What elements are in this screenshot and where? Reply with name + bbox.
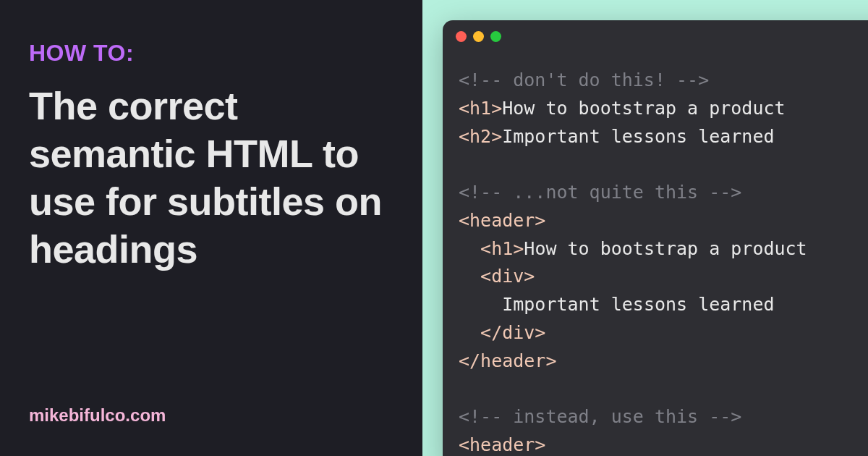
minimize-icon [473, 31, 484, 42]
site-url: mikebifulco.com [29, 405, 166, 426]
right-panel: <!-- don't do this! --><h1>How to bootst… [422, 0, 868, 456]
code-line: </header> [459, 347, 868, 376]
left-panel: HOW TO: The correct semantic HTML to use… [0, 0, 422, 456]
page-title: The correct semantic HTML to use for sub… [29, 83, 393, 274]
code-line: <div> [459, 263, 868, 291]
code-line: <h1>How to bootstrap a product [459, 95, 868, 123]
zoom-icon [490, 31, 501, 42]
code-line: <h2>Important lessons learned [459, 123, 868, 151]
code-line: <!-- instead, use this --> [459, 403, 868, 431]
code-line [459, 375, 868, 403]
code-line: Important lessons learned [459, 291, 868, 319]
code-line: <h1>How to bootstrap a product [459, 235, 868, 263]
code-area: <!-- don't do this! --><h1>How to bootst… [443, 52, 868, 456]
kicker-label: HOW TO: [29, 40, 393, 67]
code-line: <header> [459, 207, 868, 235]
code-line: </div> [459, 319, 868, 347]
code-line: <header> [459, 431, 868, 456]
window-chrome [443, 20, 868, 52]
code-editor-window: <!-- don't do this! --><h1>How to bootst… [443, 20, 868, 456]
code-line: <!-- don't do this! --> [459, 67, 868, 95]
close-icon [456, 31, 467, 42]
code-line: <!-- ...not quite this --> [459, 179, 868, 207]
code-line [459, 151, 868, 179]
